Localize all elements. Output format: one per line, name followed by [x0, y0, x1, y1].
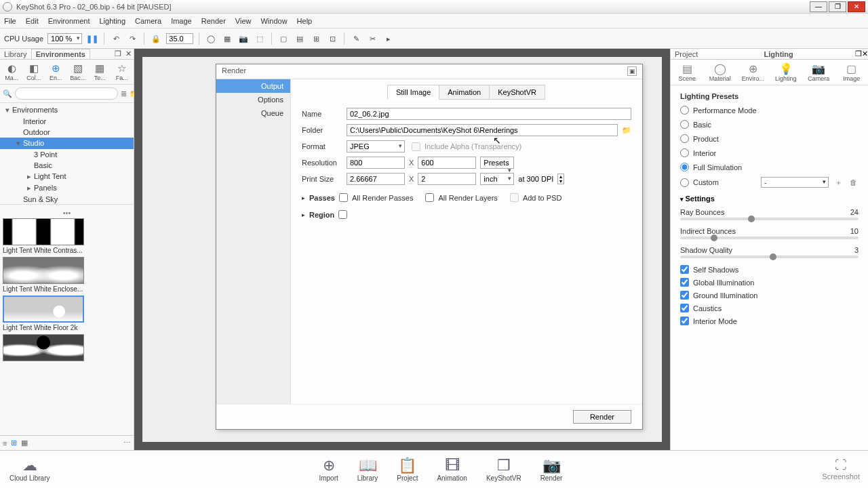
cloud-library-button[interactable]: ☁Cloud Library: [0, 457, 59, 482]
render-button[interactable]: Render: [573, 410, 631, 424]
all-layers-checkbox[interactable]: [425, 193, 434, 202]
undock-icon[interactable]: ❐: [855, 49, 862, 58]
thumbnail[interactable]: Light Tent White Enclose...: [3, 257, 131, 293]
side-output[interactable]: Output: [216, 79, 290, 93]
preset-performance[interactable]: [680, 106, 689, 115]
thumbnail-selected[interactable]: Light Tent White Floor 2k: [3, 296, 131, 331]
lib-favorites[interactable]: ☆Fa...: [112, 62, 133, 81]
lib-environments[interactable]: ⊕En...: [45, 62, 66, 81]
minimize-button[interactable]: —: [810, 1, 827, 12]
tool-icon[interactable]: ✂: [366, 33, 378, 45]
tab-library[interactable]: Library: [0, 49, 31, 59]
close-panel-icon[interactable]: ✕: [862, 49, 868, 58]
menu-image[interactable]: Image: [171, 17, 192, 25]
interior-mode-check[interactable]: [680, 317, 689, 325]
menu-edit[interactable]: Edit: [26, 17, 39, 25]
library-button[interactable]: 📖Library: [348, 457, 388, 482]
format-select[interactable]: JPEG: [347, 140, 405, 152]
add-preset-icon[interactable]: ＋: [833, 178, 844, 188]
proj-material[interactable]: ◯Material: [704, 60, 737, 85]
side-queue[interactable]: Queue: [216, 106, 290, 120]
menu-file[interactable]: File: [4, 17, 16, 25]
tool-icon[interactable]: ⊡: [326, 33, 338, 45]
custom-preset-select[interactable]: -: [761, 177, 829, 188]
browse-folder-icon[interactable]: 📁: [622, 126, 631, 135]
project-button[interactable]: 📋Project: [387, 457, 427, 482]
search-input[interactable]: [15, 87, 118, 100]
res-height-field[interactable]: [418, 157, 476, 169]
alpha-checkbox[interactable]: [412, 142, 420, 151]
preset-interior[interactable]: [680, 148, 689, 157]
tree-item[interactable]: ▸Light Tent: [0, 171, 134, 182]
proj-environment[interactable]: ⊕Enviro...: [736, 60, 770, 85]
print-height-field[interactable]: [418, 173, 476, 185]
add-psd-checkbox[interactable]: [510, 193, 519, 202]
lib-backplates[interactable]: ▧Bac...: [68, 62, 89, 81]
dialog-close-icon[interactable]: ▣: [627, 66, 637, 76]
presets-select[interactable]: Presets: [480, 157, 514, 169]
tree-item[interactable]: Interior: [0, 116, 134, 127]
tool-icon[interactable]: 📷: [237, 33, 250, 45]
tree-item[interactable]: ▸Panels: [0, 182, 134, 194]
menu-environment[interactable]: Environment: [48, 17, 90, 25]
undock-icon[interactable]: ❐: [113, 49, 123, 58]
name-field[interactable]: [347, 108, 631, 120]
tree-item[interactable]: Outdoor: [0, 127, 134, 138]
preset-product[interactable]: [680, 134, 689, 143]
res-width-field[interactable]: [347, 157, 405, 169]
tool-icon[interactable]: ✎: [350, 33, 362, 45]
all-passes-checkbox[interactable]: [339, 193, 348, 202]
view-grid-icon[interactable]: ⊞: [11, 439, 17, 447]
caustics-check[interactable]: [680, 304, 689, 312]
self-shadows-check[interactable]: [680, 265, 689, 274]
keyshotvr-button[interactable]: ❒KeyShotVR: [477, 457, 531, 482]
shadow-quality-slider[interactable]: Shadow Quality3: [680, 246, 859, 258]
global-illum-check[interactable]: [680, 278, 689, 287]
proj-scene[interactable]: ▤Scene: [671, 60, 704, 85]
menu-window[interactable]: Window: [260, 17, 287, 25]
proj-lighting[interactable]: 💡Lighting: [770, 60, 803, 85]
folder-field[interactable]: [347, 124, 618, 136]
lock-icon[interactable]: 🔒: [150, 33, 162, 45]
lib-textures[interactable]: ▦Te...: [90, 62, 111, 81]
tree-item[interactable]: ▾Environments: [0, 104, 134, 116]
tool-icon[interactable]: ▢: [277, 33, 290, 45]
proj-image[interactable]: ▢Image: [835, 60, 869, 85]
lib-materials[interactable]: ◐Ma...: [1, 62, 22, 81]
tab-keyshotvr[interactable]: KeyShotVR: [489, 85, 545, 100]
menu-render[interactable]: Render: [201, 17, 226, 25]
lib-colors[interactable]: ◧Col...: [24, 62, 45, 81]
screenshot-button[interactable]: ⛶Screenshot: [822, 458, 860, 481]
menu-lighting[interactable]: Lighting: [99, 17, 125, 25]
tool-icon[interactable]: ⬚: [254, 33, 266, 45]
ray-bounces-slider[interactable]: Ray Bounces24: [680, 208, 859, 220]
region-checkbox[interactable]: [338, 210, 347, 219]
maximize-button[interactable]: ❐: [829, 1, 846, 12]
tab-project[interactable]: Project: [671, 49, 702, 59]
cpu-usage-combo[interactable]: 100 %: [47, 33, 82, 44]
tree-item[interactable]: Basic: [0, 160, 134, 171]
close-button[interactable]: ✕: [848, 1, 865, 12]
render-button-bottom[interactable]: 📷Render: [531, 457, 572, 482]
undo-icon[interactable]: ↶: [110, 33, 122, 45]
import-button[interactable]: ⊕Import: [309, 457, 347, 482]
unit-select[interactable]: inch: [480, 173, 514, 185]
tool-icon[interactable]: ⊞: [310, 33, 322, 45]
region-header[interactable]: ▸ Region: [302, 210, 631, 219]
ground-illum-check[interactable]: [680, 291, 689, 300]
delete-preset-icon[interactable]: 🗑: [848, 178, 859, 186]
preset-full-simulation[interactable]: [680, 163, 689, 171]
tree-item[interactable]: 3 Point: [0, 149, 134, 160]
indirect-bounces-slider[interactable]: Indirect Bounces10: [680, 227, 859, 239]
tab-environments[interactable]: Environments: [31, 49, 90, 59]
side-options[interactable]: Options: [216, 93, 290, 106]
menu-camera[interactable]: Camera: [135, 17, 161, 25]
redo-icon[interactable]: ↷: [126, 33, 138, 45]
options-icon[interactable]: ⋯: [123, 439, 131, 447]
view-list-icon[interactable]: ≡: [3, 439, 7, 447]
print-width-field[interactable]: [347, 173, 405, 185]
menu-help[interactable]: Help: [297, 17, 313, 25]
animation-button[interactable]: 🎞Animation: [427, 457, 476, 482]
tree-item-studio[interactable]: ▾Studio: [0, 138, 134, 149]
tool-icon[interactable]: ▸: [382, 33, 395, 45]
